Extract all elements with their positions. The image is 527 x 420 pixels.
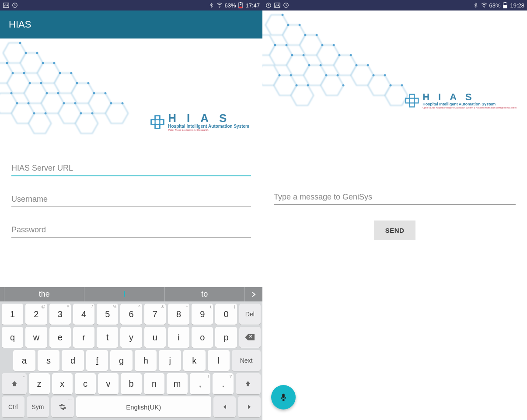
key-j[interactable]: j	[159, 350, 181, 371]
soft-keyboard[interactable]: the I to 1-2@3#4/5%6^7&8*9(0)Del qwertyu…	[0, 287, 262, 420]
sync-icon-2	[283, 2, 290, 9]
key-sym[interactable]: Sym	[27, 396, 49, 417]
key-l[interactable]: l	[208, 350, 230, 371]
suggestion-more[interactable]	[245, 287, 262, 301]
key-d[interactable]: d	[62, 350, 84, 371]
key-z[interactable]: z	[29, 373, 50, 394]
image-icon	[274, 2, 281, 9]
sync-icon	[265, 2, 272, 9]
svg-point-108	[384, 74, 386, 77]
key-del[interactable]: Del	[239, 304, 261, 325]
password-field[interactable]	[11, 223, 251, 238]
key-next[interactable]: Next	[232, 350, 261, 371]
key-right[interactable]	[238, 396, 261, 417]
message-input[interactable]	[274, 190, 516, 205]
svg-rect-111	[410, 94, 415, 107]
key-v[interactable]: v	[98, 373, 119, 394]
key-1[interactable]: 1-	[2, 304, 23, 325]
svg-point-38	[87, 82, 90, 84]
battery-pct: 63%	[224, 2, 236, 9]
key-i[interactable]: i	[168, 327, 189, 348]
key-h[interactable]: h	[135, 350, 157, 371]
key-a[interactable]: a	[13, 350, 35, 371]
svg-marker-76	[262, 65, 279, 85]
username-input[interactable]	[11, 192, 251, 207]
svg-point-29	[59, 72, 61, 74]
key-g[interactable]: g	[110, 350, 133, 371]
mic-fab[interactable]	[271, 385, 296, 410]
svg-point-34	[40, 82, 42, 84]
key-4[interactable]: 4/	[73, 304, 94, 325]
wifi-icon	[481, 2, 488, 9]
svg-point-46	[45, 112, 47, 115]
svg-point-33	[29, 82, 31, 84]
key-backspace[interactable]	[239, 327, 261, 348]
svg-point-100	[279, 74, 281, 77]
svg-point-63	[484, 7, 485, 8]
password-input[interactable]	[11, 223, 251, 238]
key-p[interactable]: p	[215, 327, 237, 348]
svg-point-101	[290, 74, 292, 77]
svg-point-31	[12, 72, 14, 74]
key-shift-right[interactable]	[236, 373, 261, 394]
svg-point-98	[320, 64, 322, 66]
key-n[interactable]: n	[144, 373, 165, 394]
key-u[interactable]: u	[144, 327, 166, 348]
key-c[interactable]: c	[75, 373, 96, 394]
key-b[interactable]: b	[121, 373, 142, 394]
key-9[interactable]: 9(	[192, 304, 213, 325]
svg-marker-9	[20, 53, 43, 73]
key-m[interactable]: m	[167, 373, 188, 394]
microphone-icon	[279, 392, 288, 402]
svg-point-26	[36, 52, 38, 54]
svg-point-49	[91, 112, 94, 115]
key-shift-left[interactable]: •	[2, 373, 27, 394]
key-o[interactable]: o	[192, 327, 213, 348]
battery-pct: 63%	[489, 2, 500, 9]
key-5[interactable]: 5%	[97, 304, 118, 325]
key-comma[interactable]: ,!	[190, 373, 211, 394]
key-ctrl[interactable]: Ctrl	[2, 396, 24, 417]
svg-marker-14	[54, 73, 77, 93]
suggestion-2[interactable]: I	[84, 287, 164, 301]
key-settings[interactable]: ⋯	[51, 396, 74, 417]
key-3[interactable]: 3#	[49, 304, 71, 325]
key-e[interactable]: e	[49, 327, 71, 348]
svg-point-28	[53, 62, 56, 64]
key-0[interactable]: 0)	[215, 304, 237, 325]
key-period[interactable]: .?	[213, 373, 234, 394]
key-w[interactable]: w	[25, 327, 47, 348]
key-2[interactable]: 2@	[25, 304, 47, 325]
key-7[interactable]: 7&	[144, 304, 166, 325]
suggestion-1[interactable]: the	[4, 287, 84, 301]
shift-icon	[244, 380, 251, 387]
key-left[interactable]	[213, 396, 236, 417]
key-x[interactable]: x	[52, 373, 73, 394]
svg-point-95	[339, 54, 341, 56]
key-8[interactable]: 8*	[168, 304, 189, 325]
svg-marker-15	[71, 83, 94, 103]
key-q[interactable]: q	[2, 327, 23, 348]
svg-marker-18	[11, 103, 34, 123]
logo-tiny: Open-source Hospital Intelligent Automat…	[422, 106, 517, 109]
svg-point-90	[286, 44, 288, 46]
key-t[interactable]: t	[97, 327, 118, 348]
key-f[interactable]: f	[86, 350, 108, 371]
key-k[interactable]: k	[183, 350, 206, 371]
username-field[interactable]	[11, 192, 251, 207]
key-y[interactable]: y	[120, 327, 142, 348]
svg-marker-75	[304, 65, 326, 85]
server-url-input[interactable]	[11, 161, 251, 176]
message-field[interactable]	[274, 190, 516, 205]
key-r[interactable]: r	[73, 327, 94, 348]
key-space[interactable]: English(UK)	[76, 396, 211, 417]
svg-marker-8	[3, 43, 26, 63]
suggestion-3[interactable]: to	[165, 287, 245, 301]
send-button[interactable]: SEND	[374, 220, 416, 240]
server-url-field[interactable]	[11, 161, 251, 176]
app-bar: HIAS	[0, 10, 262, 38]
key-s[interactable]: s	[38, 350, 60, 371]
wifi-icon	[216, 2, 223, 9]
key-6[interactable]: 6^	[120, 304, 142, 325]
svg-rect-0	[3, 3, 9, 8]
